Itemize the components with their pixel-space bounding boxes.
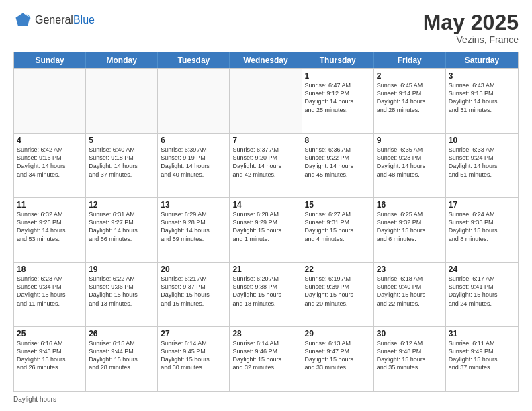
day-number: 18 — [17, 265, 83, 274]
day-number: 31 — [449, 329, 515, 338]
day-cell-19: 19Sunrise: 6:22 AM Sunset: 9:36 PM Dayli… — [86, 263, 158, 326]
day-detail: Sunrise: 6:37 AM Sunset: 9:20 PM Dayligh… — [232, 146, 298, 179]
day-detail: Sunrise: 6:19 AM Sunset: 9:39 PM Dayligh… — [305, 275, 371, 308]
day-detail: Sunrise: 6:25 AM Sunset: 9:32 PM Dayligh… — [377, 210, 443, 243]
day-cell-15: 15Sunrise: 6:27 AM Sunset: 9:31 PM Dayli… — [302, 198, 374, 262]
day-detail: Sunrise: 6:14 AM Sunset: 9:45 PM Dayligh… — [161, 339, 226, 372]
day-number: 28 — [232, 329, 298, 338]
empty-cell — [86, 69, 158, 133]
day-detail: Sunrise: 6:35 AM Sunset: 9:23 PM Dayligh… — [377, 146, 443, 179]
day-cell-9: 9Sunrise: 6:35 AM Sunset: 9:23 PM Daylig… — [374, 134, 446, 197]
day-header-friday: Friday — [374, 52, 446, 68]
day-cell-7: 7Sunrise: 6:37 AM Sunset: 9:20 PM Daylig… — [230, 134, 302, 197]
empty-cell — [230, 69, 302, 133]
day-cell-31: 31Sunrise: 6:11 AM Sunset: 9:49 PM Dayli… — [446, 327, 518, 391]
month-year: May 2025 — [423, 11, 519, 34]
day-cell-10: 10Sunrise: 6:33 AM Sunset: 9:24 PM Dayli… — [446, 134, 518, 197]
day-detail: Sunrise: 6:17 AM Sunset: 9:41 PM Dayligh… — [449, 275, 515, 308]
day-number: 16 — [377, 200, 443, 210]
day-cell-18: 18Sunrise: 6:23 AM Sunset: 9:34 PM Dayli… — [14, 263, 86, 326]
day-number: 1 — [305, 71, 371, 81]
day-number: 23 — [377, 265, 443, 274]
empty-cell — [158, 69, 230, 133]
day-cell-21: 21Sunrise: 6:20 AM Sunset: 9:38 PM Dayli… — [230, 263, 302, 326]
page: GeneralBlue May 2025 Vezins, France Sund… — [0, 0, 532, 411]
day-cell-12: 12Sunrise: 6:31 AM Sunset: 9:27 PM Dayli… — [86, 198, 158, 262]
location: Vezins, France — [423, 34, 519, 45]
day-cell-27: 27Sunrise: 6:14 AM Sunset: 9:45 PM Dayli… — [158, 327, 230, 391]
empty-cell — [14, 69, 86, 133]
day-number: 29 — [305, 329, 371, 338]
day-detail: Sunrise: 6:31 AM Sunset: 9:27 PM Dayligh… — [89, 210, 154, 243]
day-detail: Sunrise: 6:14 AM Sunset: 9:46 PM Dayligh… — [232, 339, 298, 372]
day-cell-1: 1Sunrise: 6:47 AM Sunset: 9:12 PM Daylig… — [302, 69, 374, 133]
day-number: 9 — [377, 136, 443, 145]
day-cell-4: 4Sunrise: 6:42 AM Sunset: 9:16 PM Daylig… — [14, 134, 86, 197]
day-number: 26 — [89, 329, 154, 338]
day-detail: Sunrise: 6:36 AM Sunset: 9:22 PM Dayligh… — [305, 146, 371, 179]
day-number: 30 — [377, 329, 443, 338]
logo-icon — [13, 11, 32, 30]
day-cell-24: 24Sunrise: 6:17 AM Sunset: 9:41 PM Dayli… — [446, 263, 518, 326]
day-detail: Sunrise: 6:22 AM Sunset: 9:36 PM Dayligh… — [89, 275, 154, 308]
week-row-0: 1Sunrise: 6:47 AM Sunset: 9:12 PM Daylig… — [14, 68, 518, 133]
week-row-2: 11Sunrise: 6:32 AM Sunset: 9:26 PM Dayli… — [14, 197, 518, 262]
day-detail: Sunrise: 6:32 AM Sunset: 9:26 PM Dayligh… — [17, 210, 83, 243]
day-number: 3 — [449, 71, 515, 81]
day-number: 12 — [89, 200, 154, 210]
day-cell-23: 23Sunrise: 6:18 AM Sunset: 9:40 PM Dayli… — [374, 263, 446, 326]
day-number: 8 — [305, 136, 371, 145]
day-number: 2 — [377, 71, 443, 81]
day-header-tuesday: Tuesday — [158, 52, 230, 68]
logo-general: General — [35, 14, 73, 26]
day-header-monday: Monday — [86, 52, 158, 68]
day-detail: Sunrise: 6:12 AM Sunset: 9:48 PM Dayligh… — [377, 339, 443, 372]
week-row-4: 25Sunrise: 6:16 AM Sunset: 9:43 PM Dayli… — [14, 326, 518, 391]
day-number: 4 — [17, 136, 83, 145]
day-number: 19 — [89, 265, 154, 274]
footer-text: Daylight hours — [13, 396, 56, 403]
logo-text: GeneralBlue — [35, 14, 95, 26]
day-cell-20: 20Sunrise: 6:21 AM Sunset: 9:37 PM Dayli… — [158, 263, 230, 326]
day-number: 5 — [89, 136, 154, 145]
day-detail: Sunrise: 6:15 AM Sunset: 9:44 PM Dayligh… — [89, 339, 154, 372]
day-cell-3: 3Sunrise: 6:43 AM Sunset: 9:15 PM Daylig… — [446, 69, 518, 133]
day-header-saturday: Saturday — [446, 52, 518, 68]
calendar-body: 1Sunrise: 6:47 AM Sunset: 9:12 PM Daylig… — [14, 68, 518, 391]
day-cell-30: 30Sunrise: 6:12 AM Sunset: 9:48 PM Dayli… — [374, 327, 446, 391]
logo-blue: Blue — [73, 14, 95, 26]
title-block: May 2025 Vezins, France — [423, 11, 519, 45]
day-number: 21 — [232, 265, 298, 274]
day-detail: Sunrise: 6:33 AM Sunset: 9:24 PM Dayligh… — [449, 146, 515, 179]
day-cell-17: 17Sunrise: 6:24 AM Sunset: 9:33 PM Dayli… — [446, 198, 518, 262]
day-number: 6 — [161, 136, 226, 145]
day-number: 14 — [232, 200, 298, 210]
day-cell-28: 28Sunrise: 6:14 AM Sunset: 9:46 PM Dayli… — [230, 327, 302, 391]
calendar: SundayMondayTuesdayWednesdayThursdayFrid… — [13, 52, 519, 392]
day-header-wednesday: Wednesday — [230, 52, 302, 68]
day-cell-29: 29Sunrise: 6:13 AM Sunset: 9:47 PM Dayli… — [302, 327, 374, 391]
day-detail: Sunrise: 6:21 AM Sunset: 9:37 PM Dayligh… — [161, 275, 226, 308]
day-detail: Sunrise: 6:43 AM Sunset: 9:15 PM Dayligh… — [449, 81, 515, 114]
day-cell-22: 22Sunrise: 6:19 AM Sunset: 9:39 PM Dayli… — [302, 263, 374, 326]
day-cell-6: 6Sunrise: 6:39 AM Sunset: 9:19 PM Daylig… — [158, 134, 230, 197]
day-number: 25 — [17, 329, 83, 338]
day-cell-26: 26Sunrise: 6:15 AM Sunset: 9:44 PM Dayli… — [86, 327, 158, 391]
day-detail: Sunrise: 6:27 AM Sunset: 9:31 PM Dayligh… — [305, 210, 371, 243]
day-detail: Sunrise: 6:29 AM Sunset: 9:28 PM Dayligh… — [161, 210, 226, 243]
day-number: 11 — [17, 200, 83, 210]
day-header-sunday: Sunday — [14, 52, 86, 68]
day-cell-8: 8Sunrise: 6:36 AM Sunset: 9:22 PM Daylig… — [302, 134, 374, 197]
day-cell-25: 25Sunrise: 6:16 AM Sunset: 9:43 PM Dayli… — [14, 327, 86, 391]
day-detail: Sunrise: 6:11 AM Sunset: 9:49 PM Dayligh… — [449, 339, 515, 372]
day-detail: Sunrise: 6:18 AM Sunset: 9:40 PM Dayligh… — [377, 275, 443, 308]
week-row-1: 4Sunrise: 6:42 AM Sunset: 9:16 PM Daylig… — [14, 133, 518, 197]
day-number: 15 — [305, 200, 371, 210]
day-detail: Sunrise: 6:16 AM Sunset: 9:43 PM Dayligh… — [17, 339, 83, 372]
day-number: 13 — [161, 200, 226, 210]
day-detail: Sunrise: 6:40 AM Sunset: 9:18 PM Dayligh… — [89, 146, 154, 179]
day-number: 27 — [161, 329, 226, 338]
day-number: 17 — [449, 200, 515, 210]
day-header-thursday: Thursday — [302, 52, 374, 68]
header: GeneralBlue May 2025 Vezins, France — [13, 11, 519, 45]
